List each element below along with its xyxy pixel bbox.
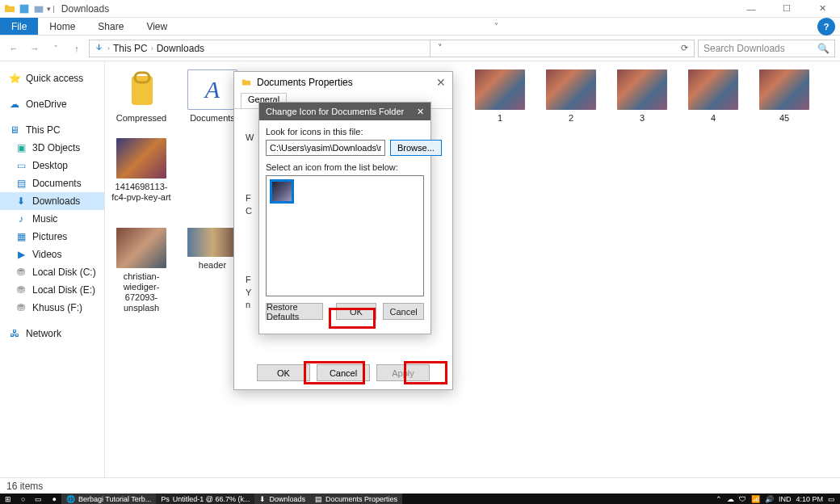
back-button[interactable]: ← (5, 40, 23, 57)
recent-dropdown[interactable]: ˅ (47, 40, 65, 57)
apply-button[interactable]: Apply (376, 364, 430, 381)
file-documents[interactable]: A Documents (184, 69, 241, 124)
address-bar: ← → ˅ ↑ › This PC › Downloads ˅ ⟳ Search… (0, 36, 840, 61)
change-title-bar[interactable]: Change Icon for Documents Folder ✕ (259, 103, 430, 120)
file-header[interactable]: header (184, 228, 241, 314)
ok-button[interactable]: OK (257, 364, 310, 381)
refresh-button[interactable]: ⟳ (674, 40, 694, 57)
nav-downloads[interactable]: ⬇Downloads (0, 192, 104, 210)
image-thumb (116, 138, 166, 178)
file-3[interactable]: 3 (614, 69, 670, 124)
close-icon[interactable]: ✕ (417, 107, 424, 117)
start-button[interactable]: ⊞ (0, 494, 16, 504)
taskbar-properties[interactable]: ▤ Documents Properties (310, 494, 402, 504)
file-christian[interactable]: christian-wiediger-672093-unsplash (113, 228, 170, 314)
app-icon[interactable]: ● (47, 494, 61, 504)
task-view-button[interactable]: ▭ (30, 494, 47, 504)
search-input[interactable]: Search Downloads 🔍 (698, 40, 835, 57)
nav-onedrive[interactable]: ☁OneDrive (0, 95, 104, 113)
search-icon: 🔍 (817, 43, 830, 54)
drive-icon: ⛃ (15, 266, 27, 279)
restore-defaults-button[interactable]: Restore Defaults (266, 303, 323, 320)
new-folder-icon[interactable] (32, 2, 45, 15)
nav-videos[interactable]: ▶Videos (0, 246, 104, 263)
ribbon: File Home Share View ˅ ? (0, 18, 840, 36)
file-grid-row2: christian-wiediger-672093-unsplash heade… (113, 228, 832, 314)
tray-lang[interactable]: IND (779, 495, 792, 503)
file-compressed[interactable]: Compressed (113, 69, 170, 124)
forward-button[interactable]: → (26, 40, 44, 57)
desktop-icon: ▭ (15, 159, 27, 172)
documents-icon: ▤ (15, 177, 27, 190)
content-pane[interactable]: Compressed A Documents 1 2 3 4 45 141469… (105, 61, 840, 480)
file-keyart[interactable]: 1414698113-fc4-pvp-key-art (113, 138, 170, 203)
nav-3d-objects[interactable]: ▣3D Objects (0, 139, 104, 157)
image-thumb (546, 69, 596, 110)
nav-network[interactable]: 🖧Network (0, 325, 104, 342)
nav-desktop[interactable]: ▭Desktop (0, 157, 104, 174)
tray-icon[interactable]: 🛡 (739, 495, 746, 503)
qat-dropdown-icon[interactable]: ▾ | (47, 5, 55, 13)
status-bar: 16 items (0, 477, 840, 494)
taskbar-photoshop[interactable]: Ps Untitled-1 @ 66.7% (k... (156, 494, 254, 504)
tray-icon[interactable]: ☁ (727, 495, 734, 503)
maximize-button[interactable]: ☐ (769, 0, 804, 18)
properties-icon[interactable] (18, 2, 31, 15)
item-count: 16 items (6, 481, 43, 492)
tray-icon[interactable]: 🔊 (765, 495, 774, 503)
close-icon[interactable]: ✕ (436, 76, 446, 89)
tab-home[interactable]: Home (38, 18, 86, 35)
file-45[interactable]: 45 (756, 69, 813, 124)
props-title-bar[interactable]: Documents Properties ✕ (234, 72, 452, 93)
breadcrumb[interactable]: › This PC › Downloads ˅ ⟳ (89, 40, 695, 57)
custom-icon (272, 182, 292, 201)
file-1[interactable]: 1 (472, 69, 528, 124)
tray-icon[interactable]: 📶 (751, 495, 760, 503)
svg-rect-1 (35, 6, 44, 12)
system-tray[interactable]: ⌃ ☁ 🛡 📶 🔊 IND 4:10 PM ▭ (716, 495, 840, 503)
crumb-downloads[interactable]: Downloads (157, 43, 204, 54)
nav-documents[interactable]: ▤Documents (0, 174, 104, 192)
icon-option-selected[interactable] (270, 179, 294, 204)
downloads-icon (93, 43, 104, 54)
svg-rect-0 (20, 4, 29, 13)
nav-this-pc[interactable]: 🖥This PC (0, 121, 104, 139)
nav-quick-access[interactable]: ⭐Quick access (0, 69, 104, 87)
tray-clock[interactable]: 4:10 PM (796, 495, 823, 503)
taskbar-explorer[interactable]: ⬇ Downloads (254, 494, 310, 504)
tab-file[interactable]: File (0, 18, 38, 35)
file-2[interactable]: 2 (543, 69, 599, 124)
ok-button[interactable]: OK (336, 303, 377, 320)
cloud-icon: ☁ (8, 98, 21, 111)
icon-list[interactable] (266, 175, 424, 296)
taskbar: ⊞ ○ ▭ ● 🌐 Berbagi Tutorial Terb... Ps Un… (0, 494, 840, 504)
document-icon: A (187, 69, 237, 110)
videos-icon: ▶ (15, 248, 27, 261)
nav-khusus-f[interactable]: ⛃Khusus (F:) (0, 299, 104, 317)
nav-local-e[interactable]: ⛃Local Disk (E:) (0, 281, 104, 299)
tray-icon[interactable]: ⌃ (716, 495, 722, 503)
browse-button[interactable]: Browse... (390, 140, 442, 156)
notification-icon[interactable]: ▭ (828, 495, 835, 503)
icon-path-input[interactable] (266, 140, 385, 156)
help-button[interactable]: ? (817, 18, 835, 36)
up-button[interactable]: ↑ (68, 40, 86, 57)
network-icon: 🖧 (8, 327, 21, 340)
nav-music[interactable]: ♪Music (0, 210, 104, 228)
close-button[interactable]: ✕ (804, 0, 840, 18)
address-dropdown[interactable]: ˅ (430, 40, 449, 57)
cancel-button[interactable]: Cancel (317, 364, 370, 381)
nav-pictures[interactable]: ▦Pictures (0, 228, 104, 246)
tab-view[interactable]: View (135, 18, 178, 35)
minimize-button[interactable]: — (733, 0, 769, 18)
taskbar-chrome[interactable]: 🌐 Berbagi Tutorial Terb... (61, 494, 156, 504)
cancel-button[interactable]: Cancel (383, 303, 424, 320)
file-4[interactable]: 4 (685, 69, 741, 124)
change-title: Change Icon for Documents Folder (266, 107, 404, 116)
crumb-this-pc[interactable]: This PC (113, 43, 148, 54)
tab-share[interactable]: Share (86, 18, 135, 35)
ribbon-collapse-icon[interactable]: ˅ (494, 22, 502, 31)
nav-local-c[interactable]: ⛃Local Disk (C:) (0, 263, 104, 281)
cortana-button[interactable]: ○ (16, 494, 30, 504)
nav-pane: ⭐Quick access ☁OneDrive 🖥This PC ▣3D Obj… (0, 61, 105, 480)
